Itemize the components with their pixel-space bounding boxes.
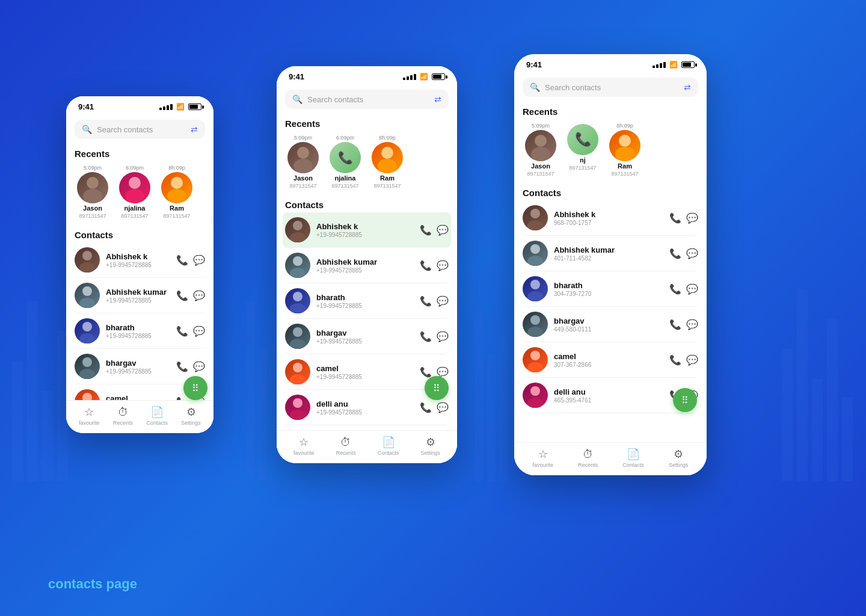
- recent-number: 897131547: [373, 183, 401, 189]
- contact-row[interactable]: bhargav449-580-0111 📞💬: [523, 307, 698, 342]
- fab-button[interactable]: ⠿: [673, 388, 697, 412]
- contact-row[interactable]: bhargav+19-9945728885 📞💬: [285, 319, 449, 354]
- recent-item[interactable]: 8h:09p Ram 897131547: [159, 165, 195, 219]
- nav-contacts[interactable]: 📄Contacts: [622, 448, 644, 468]
- contact-number: +19-9945728885: [106, 297, 170, 304]
- recent-item[interactable]: 5:09pm Jason 897131547: [75, 165, 111, 219]
- message-button[interactable]: 💬: [686, 354, 698, 366]
- sort-icon[interactable]: ⇄: [191, 125, 198, 134]
- svg-point-35: [378, 159, 397, 173]
- contact-row[interactable]: bharath304-739-7270 📞💬: [523, 271, 698, 307]
- contact-row[interactable]: camel+19-9945728885 📞💬: [285, 354, 449, 390]
- contact-number: +19-9945728885: [106, 333, 170, 339]
- call-button[interactable]: 📞: [176, 290, 188, 301]
- search-input[interactable]: Search contacts: [545, 83, 679, 92]
- recent-name: nj: [580, 156, 586, 164]
- sort-icon[interactable]: ⇄: [434, 94, 441, 104]
- nav-settings[interactable]: ⚙Settings: [669, 448, 689, 468]
- contact-row[interactable]: Abhishek k+19-9945728885 📞💬: [283, 212, 451, 248]
- message-button[interactable]: 💬: [437, 331, 449, 342]
- call-button[interactable]: 📞: [420, 295, 432, 307]
- contact-name: delli anu: [554, 387, 663, 396]
- contact-row[interactable]: bhargav+19-9945728885 📞💬: [75, 349, 205, 384]
- nav-recents[interactable]: ⏱Recents: [336, 436, 356, 456]
- recents-row: 5:09pm Jason 897131547 6:09pm njalina: [66, 161, 213, 225]
- nav-settings[interactable]: ⚙Settings: [181, 405, 201, 426]
- nav-favourite[interactable]: ☆favourite: [79, 405, 100, 426]
- avatar: [119, 172, 150, 203]
- recent-item[interactable]: 5:09pm Jason 897131547: [523, 123, 559, 177]
- contact-row[interactable]: delli anu+19-9945728885 📞💬: [285, 390, 449, 425]
- call-button[interactable]: 📞: [176, 254, 188, 266]
- recent-name: Ram: [380, 174, 395, 182]
- nav-favourite[interactable]: ☆favourite: [293, 436, 315, 456]
- svg-rect-10: [259, 349, 267, 481]
- nav-favourite[interactable]: ☆favourite: [533, 448, 554, 468]
- message-button[interactable]: 💬: [437, 260, 449, 271]
- nav-recents[interactable]: ⏱Recents: [578, 448, 598, 468]
- contact-row[interactable]: bharath+19-9945728885 📞💬: [285, 283, 449, 319]
- message-button[interactable]: 💬: [193, 361, 205, 372]
- sort-icon[interactable]: ⇄: [684, 82, 691, 92]
- status-time: 9:41: [526, 60, 542, 69]
- call-button[interactable]: 📞: [669, 248, 681, 259]
- call-button[interactable]: 📞: [420, 366, 432, 378]
- contact-name: Abhishek kumar: [106, 288, 170, 297]
- recent-item[interactable]: 6:09pm njalina 897131547: [117, 165, 153, 219]
- fab-button[interactable]: ⠿: [183, 376, 207, 400]
- call-button[interactable]: 📞: [669, 319, 681, 330]
- contact-row[interactable]: delli anu465-395-4761 📞💬: [523, 378, 698, 413]
- contact-row[interactable]: Abhishek kumar+19-9945728885 📞💬: [285, 248, 449, 283]
- contact-name: bharath: [316, 293, 414, 302]
- search-bar-medium[interactable]: 🔍 Search contacts ⇄: [285, 90, 449, 109]
- svg-rect-13: [499, 337, 508, 481]
- message-button[interactable]: 💬: [193, 290, 205, 301]
- search-bar-large[interactable]: 🔍 Search contacts ⇄: [523, 78, 698, 97]
- recent-item[interactable]: 📞 nj 897131547: [565, 123, 601, 177]
- message-button[interactable]: 💬: [437, 224, 449, 236]
- message-button[interactable]: 💬: [437, 295, 449, 307]
- contact-row[interactable]: Abhishek k+19-9945728885 📞💬: [75, 242, 205, 278]
- avatar: [287, 142, 319, 173]
- call-button[interactable]: 📞: [669, 354, 681, 366]
- call-button[interactable]: 📞: [669, 212, 681, 224]
- contact-number: 465-395-4761: [554, 397, 663, 404]
- avatar: [77, 172, 108, 203]
- nav-contacts[interactable]: 📄Contacts: [146, 405, 168, 426]
- message-button[interactable]: 💬: [193, 254, 205, 266]
- contact-number: 401-711-4582: [554, 255, 663, 262]
- recent-item[interactable]: 8h:09p Ram 897131547: [369, 135, 405, 189]
- recent-item[interactable]: 8h:09p Ram 897131547: [607, 123, 643, 177]
- message-button[interactable]: 💬: [686, 212, 698, 224]
- message-button[interactable]: 💬: [193, 325, 205, 337]
- contact-row[interactable]: Abhishek kumar+19-9945728885 📞💬: [75, 278, 205, 313]
- call-button[interactable]: 📞: [669, 283, 681, 295]
- svg-point-50: [619, 135, 631, 147]
- message-button[interactable]: 💬: [686, 248, 698, 259]
- contact-row[interactable]: bharath+19-9945728885 📞💬: [75, 313, 205, 349]
- call-button[interactable]: 📞: [176, 325, 188, 337]
- call-button[interactable]: 📞: [176, 361, 188, 372]
- contact-row[interactable]: camel307-367-2866 📞💬: [523, 342, 698, 378]
- message-button[interactable]: 💬: [686, 283, 698, 295]
- svg-point-34: [381, 147, 393, 159]
- recent-item[interactable]: 5:09pm Jason 897131547: [285, 135, 321, 189]
- search-input[interactable]: Search contacts: [97, 125, 186, 134]
- call-button[interactable]: 📞: [420, 402, 432, 413]
- status-bar-medium: 9:41 📶: [277, 66, 457, 85]
- call-button[interactable]: 📞: [420, 224, 432, 236]
- search-input[interactable]: Search contacts: [307, 95, 429, 104]
- fab-button[interactable]: ⠿: [425, 376, 449, 400]
- nav-contacts[interactable]: 📄Contacts: [378, 436, 399, 456]
- call-button[interactable]: 📞: [420, 331, 432, 342]
- contact-row[interactable]: Abhishek kumar401-711-4582 📞💬: [523, 236, 698, 271]
- nav-recents[interactable]: ⏱Recents: [113, 406, 133, 426]
- svg-point-15: [83, 189, 102, 203]
- call-button[interactable]: 📞: [420, 260, 432, 271]
- nav-settings[interactable]: ⚙Settings: [420, 436, 440, 456]
- message-button[interactable]: 💬: [686, 319, 698, 330]
- search-bar-small[interactable]: 🔍 Search contacts ⇄: [75, 120, 205, 139]
- recent-item[interactable]: 6:09pm 📞 njalina 897131547: [327, 135, 363, 189]
- message-button[interactable]: 💬: [437, 402, 449, 413]
- contact-row[interactable]: Abhishek k968-700-1757 📞💬: [523, 200, 698, 236]
